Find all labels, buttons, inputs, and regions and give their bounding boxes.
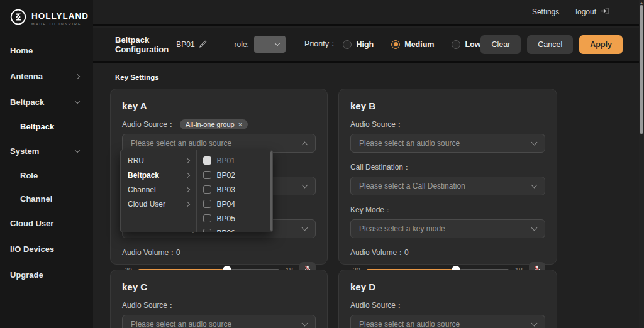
checkbox-icon	[203, 185, 211, 194]
radio-selected-icon	[391, 40, 400, 49]
audio-source-label: Audio Source：	[350, 119, 545, 130]
app-window: HOLLYLAND MADE TO INSPIRE Home Antenna B…	[0, 0, 644, 328]
apply-button[interactable]: Apply	[579, 35, 623, 54]
clear-button[interactable]: Clear	[480, 35, 521, 54]
role-label: role:	[235, 40, 249, 49]
settings-label: Settings	[532, 8, 559, 16]
sidebar-item-label: Cloud User	[10, 219, 53, 228]
chevron-right-icon	[184, 201, 189, 206]
checkbox-icon	[203, 200, 211, 208]
logout-button[interactable]: logout	[575, 7, 609, 17]
cancel-button[interactable]: Cancel	[527, 35, 573, 54]
audio-source-popup: RRU Beltpack Channel Cloud User	[120, 150, 273, 232]
sidebar-nav: Home Antenna Beltpack Beltpack System Ro…	[0, 29, 93, 288]
radio-label: Medium	[404, 40, 434, 49]
checkbox-icon	[203, 214, 211, 222]
audio-source-label: Audio Source：	[122, 300, 316, 311]
popup-option-bp05[interactable]: BP05	[197, 211, 273, 226]
chevron-down-icon	[75, 99, 80, 104]
chevron-up-icon	[302, 141, 308, 148]
audio-source-select[interactable]: Please select an audio source	[122, 315, 316, 328]
panel-title: key C	[122, 282, 316, 292]
popup-option-bp01[interactable]: BP01	[197, 153, 273, 168]
panel-title: key B	[350, 101, 545, 111]
priority-option-high[interactable]: High	[343, 40, 374, 49]
chevron-down-icon	[275, 41, 280, 46]
logout-label: logout	[575, 8, 596, 16]
popup-category-channel[interactable]: Channel	[121, 182, 196, 197]
chevron-down-icon	[75, 148, 80, 153]
popup-scrollbar-thumb[interactable]	[270, 151, 272, 231]
close-icon[interactable]: ×	[238, 121, 242, 128]
popup-category-cloud-user[interactable]: Cloud User	[121, 197, 196, 211]
sidebar-item-cloud-user[interactable]: Cloud User	[0, 210, 93, 236]
priority-option-medium[interactable]: Medium	[391, 40, 434, 49]
call-destination-label: Call Destination：	[350, 161, 545, 173]
audio-source-select[interactable]: Please select an audio source	[350, 315, 545, 328]
priority-option-low[interactable]: Low	[452, 40, 480, 49]
sidebar-item-label: Channel	[20, 194, 52, 204]
audio-source-label: Audio Source：	[350, 300, 545, 311]
radio-label: Low	[465, 40, 480, 49]
scrollbar-thumb[interactable]	[640, 5, 643, 134]
sidebar-item-label: Beltpack	[20, 122, 54, 131]
radio-icon	[343, 40, 352, 49]
chevron-down-icon	[531, 320, 538, 327]
sidebar-item-label: Upgrade	[10, 270, 43, 280]
category-label: RRU	[128, 156, 144, 165]
audio-source-select[interactable]: Please select an audio source	[350, 134, 545, 153]
logout-icon	[600, 7, 609, 17]
chevron-down-icon	[302, 320, 308, 327]
key-mode-select[interactable]: Please select a key mode	[350, 219, 545, 238]
sidebar-item-channel[interactable]: Channel	[0, 187, 93, 210]
select-placeholder: Please select an audio source	[359, 320, 460, 328]
toolbar-buttons: Clear Cancel Apply	[480, 35, 639, 54]
sidebar-item-system[interactable]: System	[0, 138, 93, 164]
section-title: Key Settings	[115, 74, 639, 81]
option-label: BP06	[217, 229, 235, 233]
popup-category-rru[interactable]: RRU	[121, 153, 196, 168]
audio-volume-label: Audio Volume：0	[122, 247, 316, 258]
sidebar-item-label: Home	[10, 46, 33, 55]
sidebar-item-antenna[interactable]: Antenna	[0, 63, 93, 89]
sidebar-item-role[interactable]: Role	[0, 164, 93, 187]
chevron-down-icon	[302, 225, 308, 231]
select-placeholder: Please select a Call Destination	[359, 182, 465, 190]
chevron-right-icon	[184, 158, 189, 163]
category-label: Cloud User	[128, 200, 165, 209]
page-title: Beltpack Configuration	[115, 35, 169, 54]
brand-tagline: MADE TO INSPIRE	[31, 22, 89, 26]
chevron-down-icon	[531, 139, 538, 146]
call-destination-select[interactable]: Please select a Call Destination	[350, 177, 545, 195]
sidebar-item-beltpack[interactable]: Beltpack	[0, 89, 93, 115]
key-panels-grid: key A Audio Source： All-in-one group × P…	[110, 89, 639, 328]
audio-volume-label: Audio Volume：0	[350, 247, 545, 258]
sidebar-item-label: System	[10, 146, 39, 156]
select-placeholder: Please select a key mode	[359, 224, 445, 233]
priority-radio-group: High Medium Low	[343, 40, 480, 49]
settings-button[interactable]: Settings	[532, 8, 559, 16]
sidebar-item-home[interactable]: Home	[0, 38, 93, 63]
sidebar: HOLLYLAND MADE TO INSPIRE Home Antenna B…	[0, 0, 93, 328]
key-b-panel: key B Audio Source： Please select an aud…	[338, 89, 557, 265]
popup-category-beltpack[interactable]: Beltpack	[121, 168, 196, 182]
page-scrollbar[interactable]: ▲	[639, 0, 644, 328]
option-label: BP04	[217, 200, 235, 209]
scrollbar-up-arrow[interactable]: ▲	[640, 1, 643, 4]
role-select[interactable]	[254, 36, 286, 53]
popup-option-bp02[interactable]: BP02	[197, 168, 273, 182]
key-a-panel: key A Audio Source： All-in-one group × P…	[110, 89, 328, 265]
chevron-down-icon	[531, 182, 538, 189]
sidebar-item-io-devices[interactable]: I/O Devices	[0, 236, 93, 262]
sidebar-item-beltpack-sub[interactable]: Beltpack	[0, 115, 93, 138]
radio-icon	[452, 40, 460, 49]
audio-source-tag: All-in-one group ×	[180, 119, 248, 129]
checkbox-icon	[203, 229, 211, 232]
panel-title: key D	[350, 282, 545, 292]
edit-icon[interactable]	[199, 40, 207, 48]
popup-option-bp04[interactable]: BP04	[197, 197, 273, 211]
popup-option-bp06[interactable]: BP06	[197, 226, 273, 232]
option-label: BP03	[217, 185, 235, 194]
popup-option-bp03[interactable]: BP03	[197, 182, 273, 197]
sidebar-item-upgrade[interactable]: Upgrade	[0, 262, 93, 288]
